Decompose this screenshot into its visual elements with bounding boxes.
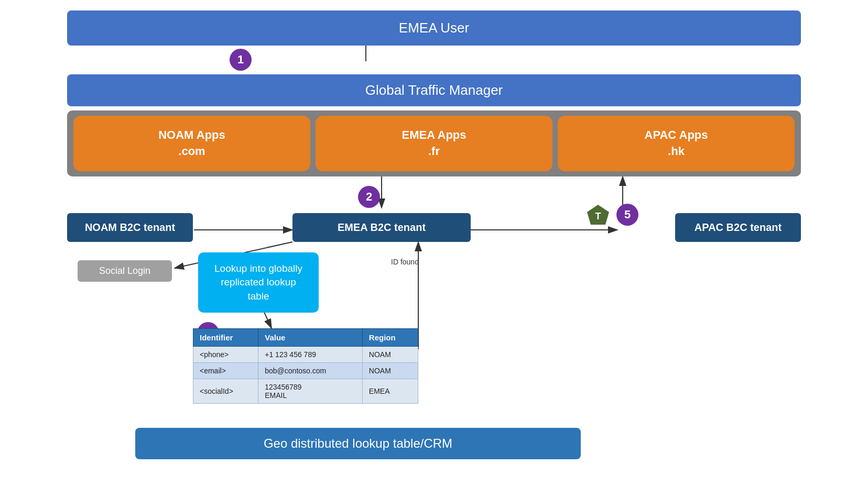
row3-value: 123456789EMAIL [258, 379, 363, 403]
table-row: <socialId> 123456789EMAIL EMEA [193, 379, 418, 403]
apps-row: NOAM Apps .com EMEA Apps .fr APAC Apps .… [67, 110, 801, 176]
pentagon-t-icon: T [586, 204, 610, 228]
noam-b2c-tenant: NOAM B2C tenant [67, 213, 193, 242]
geo-bar: Geo distributed lookup table/CRM [135, 428, 581, 459]
table-row: <email> bob@contoso.com NOAM [193, 362, 418, 379]
row1-identifier: <phone> [193, 346, 258, 362]
col-identifier: Identifier [193, 328, 258, 346]
row3-identifier: <socialId> [193, 379, 258, 403]
col-value: Value [258, 328, 363, 346]
connector-svg-1 [67, 46, 801, 74]
emea-user-bar: EMEA User [67, 10, 801, 46]
apac-apps-line2: .hk [563, 143, 789, 160]
emea-apps-line1: EMEA Apps [321, 127, 547, 143]
row1-region: NOAM [362, 346, 418, 362]
emea-b2c-tenant: EMEA B2C tenant [292, 213, 471, 242]
noam-apps-box: NOAM Apps .com [73, 116, 310, 171]
noam-apps-line1: NOAM Apps [79, 127, 305, 143]
diagram-container: EMEA User 1 Global Traffic Manager NOAM … [0, 0, 868, 487]
row2-identifier: <email> [193, 362, 258, 379]
emea-apps-box: EMEA Apps .fr [316, 116, 552, 171]
apac-apps-line1: APAC Apps [563, 127, 789, 143]
gtm-label: Global Traffic Manager [365, 82, 503, 98]
step-5-circle: 5 [616, 204, 638, 226]
id-found-label: ID found [391, 258, 419, 266]
data-table-container: Identifier Value Region <phone> +1 123 4… [193, 328, 418, 404]
gtm-bar: Global Traffic Manager [67, 74, 801, 106]
geo-bar-label: Geo distributed lookup table/CRM [264, 436, 452, 450]
social-login-label: Social Login [99, 265, 150, 276]
lookup-tooltip: Lookup into globally replicated lookup t… [198, 252, 319, 313]
svg-text:T: T [595, 211, 601, 222]
row2-value: bob@contoso.com [258, 362, 363, 379]
noam-apps-line2: .com [79, 143, 305, 160]
noam-b2c-label: NOAM B2C tenant [85, 222, 175, 233]
apac-b2c-tenant: APAC B2C tenant [675, 213, 801, 242]
emea-b2c-label: EMEA B2C tenant [338, 222, 426, 233]
social-login-box: Social Login [78, 260, 172, 282]
middle-section: NOAM B2C tenant 2 EMEA B2C tenant APAC B… [67, 176, 801, 470]
apac-b2c-label: APAC B2C tenant [695, 222, 782, 233]
emea-user-label: EMEA User [399, 20, 469, 36]
apac-apps-box: APAC Apps .hk [558, 116, 795, 171]
emea-apps-line2: .fr [321, 143, 547, 160]
table-row: <phone> +1 123 456 789 NOAM [193, 346, 418, 362]
step-2-circle: 2 [358, 186, 380, 208]
col-region: Region [362, 328, 418, 346]
step-1-circle: 1 [230, 49, 252, 71]
lookup-tooltip-text: Lookup into globally replicated lookup t… [214, 263, 302, 302]
row3-region: EMEA [362, 379, 418, 403]
lookup-table: Identifier Value Region <phone> +1 123 4… [193, 328, 418, 404]
row1-value: +1 123 456 789 [258, 346, 363, 362]
row2-region: NOAM [362, 362, 418, 379]
